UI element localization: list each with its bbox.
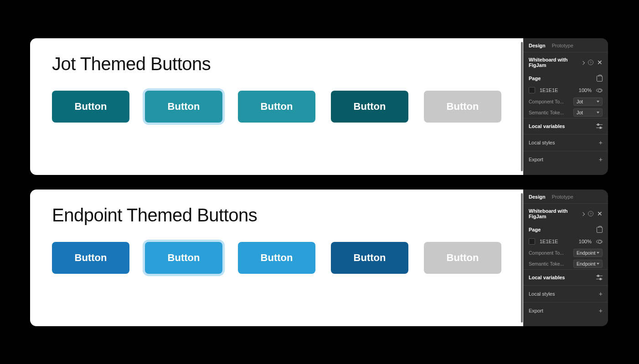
tab-prototype[interactable]: Prototype xyxy=(552,194,573,200)
chevron-down-icon xyxy=(597,101,599,103)
color-swatch[interactable] xyxy=(529,87,535,93)
info-icon[interactable]: ? xyxy=(588,211,593,216)
file-row: Whiteboard with FigJam?✕ xyxy=(523,203,608,224)
button-disabled: Button xyxy=(424,91,501,123)
export-section[interactable]: Export+ xyxy=(523,151,608,168)
clipboard-icon[interactable] xyxy=(597,76,603,82)
jot-section: Jot Themed ButtonsButtonButtonButtonButt… xyxy=(30,38,608,175)
endpoint-section: Endpoint Themed ButtonsButtonButtonButto… xyxy=(30,190,608,326)
variable-mode-row: Semantic Toke...Endpoint xyxy=(523,258,608,269)
chevron-down-icon xyxy=(597,112,599,113)
variable-mode-value: Jot xyxy=(577,110,583,115)
export-section[interactable]: Export+ xyxy=(523,302,608,319)
chevron-down-icon xyxy=(597,252,599,254)
close-icon[interactable]: ✕ xyxy=(597,59,603,66)
local-variables-section[interactable]: Local variables xyxy=(523,269,608,285)
plus-icon[interactable]: + xyxy=(599,307,603,314)
canvas-title: Endpoint Themed Buttons xyxy=(52,205,501,226)
canvas[interactable]: Endpoint Themed ButtonsButtonButtonButto… xyxy=(30,190,523,326)
variable-mode-select[interactable]: Endpoint xyxy=(573,260,603,268)
plus-icon[interactable]: + xyxy=(599,156,603,163)
tab-prototype[interactable]: Prototype xyxy=(552,43,573,48)
variable-mode-row: Semantic Toke...Jot xyxy=(523,107,608,118)
export-label: Export xyxy=(529,308,543,313)
plus-icon[interactable]: + xyxy=(599,139,603,146)
page-header: Page xyxy=(523,224,608,236)
button-disabled: Button xyxy=(424,242,501,274)
variable-mode-value: Endpoint xyxy=(577,250,595,256)
page-fill-row: 1E1E1E100% xyxy=(523,236,608,247)
opacity-value[interactable]: 100% xyxy=(579,239,592,244)
visibility-icon[interactable] xyxy=(596,238,603,245)
info-icon[interactable]: ? xyxy=(588,60,593,65)
chevron-right-icon[interactable] xyxy=(579,60,584,65)
button-row: ButtonButtonButtonButtonButton xyxy=(52,242,501,274)
page-fill-row: 1E1E1E100% xyxy=(523,84,608,96)
button-pressed[interactable]: Button xyxy=(331,91,408,123)
tab-design[interactable]: Design xyxy=(529,194,546,200)
button-pressed[interactable]: Button xyxy=(331,242,408,274)
inspector-panel: DesignPrototypeWhiteboard with FigJam?✕P… xyxy=(523,38,608,175)
variable-collection-label: Semantic Toke... xyxy=(529,110,564,115)
canvas-title: Jot Themed Buttons xyxy=(52,54,501,74)
variable-mode-select[interactable]: Jot xyxy=(573,97,603,106)
chevron-down-icon xyxy=(597,263,599,265)
local-styles-section[interactable]: Local styles+ xyxy=(523,134,608,151)
canvas[interactable]: Jot Themed ButtonsButtonButtonButtonButt… xyxy=(30,38,523,175)
button-hover[interactable]: Button xyxy=(238,242,315,274)
close-icon[interactable]: ✕ xyxy=(597,210,603,217)
tab-design[interactable]: Design xyxy=(529,43,546,48)
local-variables-section[interactable]: Local variables xyxy=(523,118,608,134)
clipboard-icon[interactable] xyxy=(597,227,603,233)
variable-collection-label: Component To... xyxy=(529,99,564,104)
local-variables-label: Local variables xyxy=(529,123,565,129)
sliders-icon[interactable] xyxy=(596,274,603,281)
local-styles-label: Local styles xyxy=(529,291,555,297)
file-row: Whiteboard with FigJam?✕ xyxy=(523,52,608,72)
local-styles-label: Local styles xyxy=(529,140,555,145)
visibility-icon[interactable] xyxy=(596,87,603,93)
button-default[interactable]: Button xyxy=(52,91,129,123)
page-label: Page xyxy=(529,227,541,232)
button-focus[interactable]: Button xyxy=(145,242,222,274)
export-label: Export xyxy=(529,157,543,162)
variable-mode-row: Component To...Endpoint xyxy=(523,247,608,258)
button-row: ButtonButtonButtonButtonButton xyxy=(52,91,501,123)
inspector-panel: DesignPrototypeWhiteboard with FigJam?✕P… xyxy=(523,190,608,326)
local-styles-section[interactable]: Local styles+ xyxy=(523,285,608,302)
variable-mode-row: Component To...Jot xyxy=(523,96,608,107)
button-focus[interactable]: Button xyxy=(145,91,222,123)
variable-collection-label: Semantic Toke... xyxy=(529,261,564,267)
color-hex[interactable]: 1E1E1E xyxy=(540,239,558,244)
variable-mode-select[interactable]: Jot xyxy=(573,108,603,117)
variable-mode-select[interactable]: Endpoint xyxy=(573,249,603,257)
color-swatch[interactable] xyxy=(529,238,535,245)
button-hover[interactable]: Button xyxy=(238,91,315,123)
chevron-right-icon[interactable] xyxy=(579,211,584,216)
panel-tabs: DesignPrototype xyxy=(523,38,608,52)
plus-icon[interactable]: + xyxy=(599,290,603,297)
button-default[interactable]: Button xyxy=(52,242,129,274)
page-header: Page xyxy=(523,72,608,84)
filename[interactable]: Whiteboard with FigJam xyxy=(529,208,579,219)
variable-collection-label: Component To... xyxy=(529,250,564,256)
panel-tabs: DesignPrototype xyxy=(523,190,608,203)
sliders-icon[interactable] xyxy=(596,123,603,129)
variable-mode-value: Jot xyxy=(577,99,583,104)
local-variables-label: Local variables xyxy=(529,275,565,280)
page-label: Page xyxy=(529,76,541,81)
color-hex[interactable]: 1E1E1E xyxy=(540,87,558,93)
variable-mode-value: Endpoint xyxy=(577,261,595,267)
filename[interactable]: Whiteboard with FigJam xyxy=(529,57,579,68)
opacity-value[interactable]: 100% xyxy=(579,87,592,93)
